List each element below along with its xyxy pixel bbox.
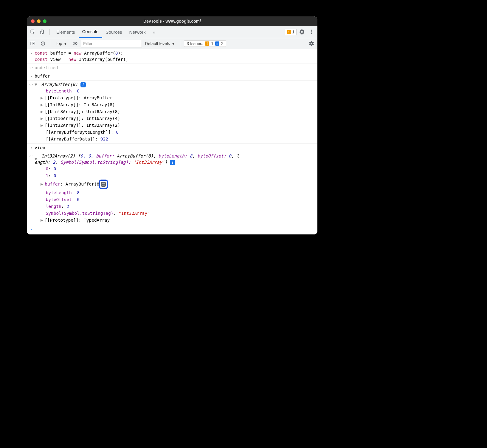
levels-selector[interactable]: Default levels ▼	[144, 41, 176, 47]
disclosure-triangle-icon[interactable]: ▶	[41, 122, 44, 129]
info-icon[interactable]: i	[80, 82, 86, 87]
prop-row[interactable]: Symbol(Symbol.toStringTag): "Int32Array"	[41, 210, 314, 217]
console-output: › const buffer = new ArrayBuffer(8); con…	[27, 49, 317, 234]
filter-input[interactable]	[81, 40, 142, 47]
input-chevron-icon: ›	[28, 73, 35, 79]
prop-name: length	[46, 204, 61, 209]
prop-name: [[ArrayBufferByteLength]]	[46, 130, 111, 135]
tabs-overflow[interactable]: »	[149, 26, 159, 38]
result-object: ▼ ArrayBuffer(8) i byteLength: 8 ▶[[Prot…	[35, 81, 314, 143]
settings-button[interactable]	[298, 28, 306, 36]
inspect-icon[interactable]	[29, 28, 37, 36]
svg-rect-6	[31, 42, 35, 45]
devtools-window: DevTools - www.google.com/ Elements Cons…	[27, 16, 317, 234]
output-chevron-icon: ‹·	[28, 65, 35, 71]
window-title: DevTools - www.google.com/	[27, 19, 317, 24]
prop-row[interactable]: [[ArrayBufferData]]: 922	[41, 136, 314, 143]
info-icon[interactable]: i	[170, 160, 175, 165]
svg-point-4	[311, 31, 312, 32]
prop-name: byteLength	[46, 89, 72, 93]
prop-row[interactable]: [[ArrayBufferByteLength]]: 8	[41, 129, 314, 136]
warnings-count: 1	[292, 30, 294, 34]
tab-console[interactable]: Console	[79, 26, 102, 38]
prop-value: ArrayBuffer(8	[66, 182, 100, 186]
prop-name: [[Int32Array]]	[45, 123, 81, 128]
live-expression-icon[interactable]	[71, 39, 79, 48]
prop-row[interactable]: 0: 0	[41, 166, 314, 172]
sidebar-toggle-icon[interactable]	[29, 39, 37, 48]
warning-icon: !	[287, 30, 291, 34]
svg-rect-10	[102, 183, 105, 185]
titlebar: DevTools - www.google.com/	[27, 16, 317, 26]
prop-row[interactable]: ▶buffer: ArrayBuffer(8	[41, 179, 314, 189]
close-icon[interactable]	[31, 19, 35, 23]
prop-row[interactable]: ▶[[Prototype]]: ArrayBuffer	[41, 95, 314, 101]
tab-elements[interactable]: Elements	[53, 26, 79, 38]
issues-box[interactable]: 3 Issues: ! 1 ≡ 2	[184, 40, 226, 47]
device-toggle-icon[interactable]	[38, 28, 46, 36]
issues-info-count: 2	[221, 41, 224, 46]
disclosure-triangle-icon[interactable]: ▶	[41, 115, 44, 122]
object-summary[interactable]: ArrayBuffer(8)	[41, 82, 78, 87]
disclosure-triangle-icon[interactable]: ▶	[41, 181, 44, 187]
prop-name: [[Uint8Array]]	[45, 109, 81, 114]
prop-name: 0	[46, 166, 48, 171]
console-code: const buffer = new ArrayBuffer(8); const…	[35, 50, 314, 63]
tab-sources[interactable]: Sources	[102, 26, 126, 38]
prop-name: buffer	[45, 182, 60, 186]
prompt-input[interactable]	[35, 226, 314, 233]
prop-row[interactable]: ▶[[Int16Array]]: Int16Array(4)	[41, 115, 314, 122]
prop-value: 922	[100, 137, 108, 141]
prop-row[interactable]: ▶[[Uint8Array]]: Uint8Array(8)	[41, 108, 314, 115]
warning-icon: !	[205, 41, 209, 46]
result-value: undefined	[35, 65, 314, 71]
disclosure-triangle-icon[interactable]: ▶	[41, 102, 44, 108]
svg-rect-12	[103, 183, 103, 183]
object-tree: byteLength: 8 ▶[[Prototype]]: ArrayBuffe…	[35, 88, 314, 143]
minimize-icon[interactable]	[37, 19, 41, 23]
console-prompt[interactable]: ›	[27, 225, 317, 234]
console-settings-icon[interactable]	[307, 39, 316, 48]
prop-value: TypedArray	[84, 218, 110, 223]
disclosure-triangle-icon[interactable]: ▶	[41, 95, 44, 101]
result-object: ▼ Int32Array(2) [0, 0, buffer: ArrayBuff…	[35, 153, 314, 224]
memory-inspector-icon[interactable]	[99, 180, 108, 189]
chevron-down-icon: ▼	[63, 41, 67, 46]
output-chevron-icon: ‹·	[28, 153, 35, 224]
svg-rect-2	[40, 31, 42, 34]
prop-row[interactable]: 1: 0	[41, 172, 314, 179]
svg-point-9	[75, 43, 76, 44]
identifier: buffer	[108, 57, 123, 62]
prop-row[interactable]: length: 2	[41, 203, 314, 210]
prop-row[interactable]: ▶[[Int32Array]]: Int32Array(2)	[41, 122, 314, 129]
disclosure-triangle-icon[interactable]: ▶	[41, 217, 44, 223]
tab-network[interactable]: Network	[126, 26, 149, 38]
prop-row[interactable]: ▶[[Prototype]]: TypedArray	[41, 217, 314, 224]
prop-row[interactable]: byteLength: 8	[41, 88, 314, 95]
disclosure-triangle-icon[interactable]: ▼	[35, 156, 38, 162]
disclosure-triangle-icon[interactable]: ▼	[35, 81, 38, 88]
prop-name: Symbol(Symbol.toStringTag)	[46, 211, 113, 216]
maximize-icon[interactable]	[43, 19, 46, 23]
identifier: Int32Array	[79, 57, 105, 62]
clear-console-icon[interactable]	[39, 39, 47, 48]
svg-point-5	[311, 33, 312, 34]
prop-row[interactable]: byteOffset: 0	[41, 196, 314, 203]
object-summary[interactable]: Int32Array(2) [0, 0, buffer: ArrayBuffer…	[35, 154, 239, 165]
kebab-menu-icon[interactable]	[307, 28, 316, 36]
prop-row[interactable]: ▶[[Int8Array]]: Int8Array(8)	[41, 101, 314, 108]
prop-value: 8	[77, 190, 80, 195]
prop-value: 8	[77, 89, 80, 93]
console-code: buffer	[35, 73, 314, 79]
input-chevron-icon: ›	[28, 145, 35, 151]
svg-point-3	[311, 30, 312, 31]
separator	[51, 40, 51, 47]
prop-value: Int16Array(4)	[86, 116, 120, 121]
keyword: const	[35, 57, 48, 62]
prop-row[interactable]: byteLength: 8	[41, 189, 314, 196]
input-chevron-icon: ›	[28, 50, 35, 63]
separator	[180, 40, 180, 47]
warnings-badge[interactable]: ! 1	[285, 29, 297, 35]
context-selector[interactable]: top ▼	[55, 41, 69, 47]
disclosure-triangle-icon[interactable]: ▶	[41, 109, 44, 115]
